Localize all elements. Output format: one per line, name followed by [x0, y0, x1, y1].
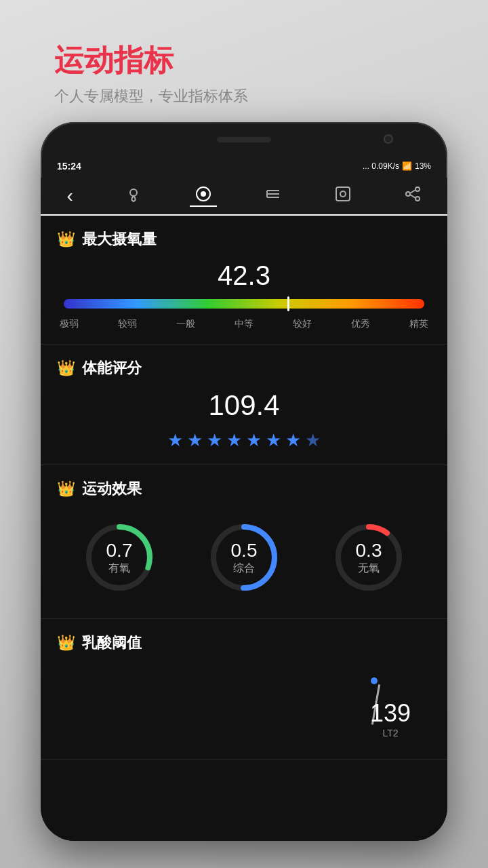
crown-icon-fitness: 👑	[57, 359, 75, 377]
anaerobic-value: 0.3	[356, 540, 382, 561]
anaerobic-circle: 0.3 无氧	[328, 517, 409, 598]
star-7: ★	[285, 430, 301, 451]
wifi-icon: 📶	[402, 161, 412, 171]
comprehensive-circle: 0.5 综合	[203, 517, 285, 598]
star-6: ★	[266, 430, 281, 451]
comprehensive-label: 综合	[231, 561, 258, 576]
crown-icon-vo2: 👑	[57, 231, 75, 248]
list-icon[interactable]	[264, 185, 282, 207]
circle-icon	[195, 188, 212, 206]
content-area[interactable]: 👑 最大摄氧量 42.3 极弱 较弱 一般 中等 较好 优秀 精英	[41, 216, 447, 841]
label-medium: 中等	[235, 318, 253, 330]
star-1: ★	[167, 430, 183, 451]
active-nav-item[interactable]	[195, 185, 212, 207]
status-right: ... 0.09K/s 📶 13%	[363, 161, 431, 171]
rainbow-bar-container	[64, 299, 424, 309]
vo2max-value: 42.3	[57, 260, 431, 291]
search-icon[interactable]	[334, 185, 352, 207]
comprehensive-container: 0.5 综合	[203, 517, 285, 598]
lactic-title: 👑 乳酸阈值	[57, 633, 431, 653]
star-8-half: ★	[305, 430, 321, 451]
svg-line-12	[410, 190, 415, 193]
back-button[interactable]: ‹	[66, 185, 73, 207]
fitness-section: 👑 体能评分 109.4 ★ ★ ★ ★ ★ ★ ★ ★	[41, 344, 447, 465]
effect-section: 👑 运动效果 0.7 有氧	[41, 465, 447, 619]
label-good: 较好	[293, 318, 312, 330]
comprehensive-value: 0.5	[231, 540, 258, 561]
lactic-sublabel: LT2	[370, 728, 411, 738]
aerobic-container: 0.7 有氧	[79, 517, 160, 598]
aerobic-value: 0.7	[106, 540, 133, 561]
star-2: ★	[187, 430, 203, 451]
page-background: 运动指标 个人专属模型，专业指标体系 15:24 ... 0.09K/s 📶 1…	[0, 0, 488, 868]
battery-status: 13%	[415, 161, 431, 171]
svg-point-2	[201, 191, 206, 197]
fitness-title: 👑 体能评分	[57, 358, 431, 378]
svg-point-10	[406, 192, 410, 196]
comprehensive-text: 0.5 综合	[231, 540, 258, 576]
nav-bar: ‹	[41, 178, 447, 216]
bar-labels: 极弱 较弱 一般 中等 较好 优秀 精英	[57, 318, 431, 330]
page-title: 运动指标	[54, 41, 248, 81]
effect-circles: 0.7 有氧 0.5	[57, 510, 431, 605]
phone-camera	[384, 134, 393, 144]
status-bar: 15:24 ... 0.09K/s 📶 13%	[41, 156, 447, 176]
star-4: ★	[226, 430, 242, 451]
svg-line-13	[410, 195, 415, 198]
label-elite: 精英	[409, 318, 428, 330]
lactic-section: 👑 乳酸阈值 139 LT2	[41, 619, 447, 760]
star-5: ★	[246, 430, 262, 451]
label-very-weak: 极弱	[60, 318, 79, 330]
crown-icon-effect: 👑	[57, 480, 75, 498]
svg-point-11	[415, 197, 420, 201]
anaerobic-container: 0.3 无氧	[328, 517, 409, 598]
svg-point-0	[130, 189, 137, 196]
svg-point-8	[340, 191, 346, 197]
lactic-label: 乳酸阈值	[82, 633, 142, 653]
lactic-content: 139 LT2	[57, 664, 431, 745]
share-icon[interactable]	[404, 185, 422, 207]
phone-speaker	[217, 137, 271, 142]
vo2max-marker	[287, 296, 289, 311]
label-excellent: 优秀	[351, 318, 370, 330]
lactic-dot	[371, 677, 378, 684]
star-3: ★	[207, 430, 222, 451]
aerobic-text: 0.7 有氧	[106, 540, 133, 576]
vo2max-section: 👑 最大摄氧量 42.3 极弱 较弱 一般 中等 较好 优秀 精英	[41, 216, 447, 344]
network-status: ... 0.09K/s	[363, 161, 399, 171]
label-weak: 较弱	[118, 318, 137, 330]
aerobic-label: 有氧	[106, 561, 133, 576]
map-icon[interactable]	[125, 185, 142, 207]
status-time: 15:24	[57, 161, 81, 172]
lactic-number: 139	[370, 699, 411, 728]
top-text-area: 运动指标 个人专属模型，专业指标体系	[54, 41, 248, 106]
vo2max-title: 👑 最大摄氧量	[57, 229, 431, 250]
lactic-value-container: 139 LT2	[370, 699, 411, 738]
rainbow-bar	[64, 299, 424, 309]
stars-row: ★ ★ ★ ★ ★ ★ ★ ★	[57, 430, 431, 451]
svg-rect-7	[336, 187, 350, 201]
fitness-value: 109.4	[57, 389, 431, 422]
page-subtitle: 个人专属模型，专业指标体系	[54, 86, 248, 106]
anaerobic-label: 无氧	[356, 561, 382, 576]
crown-icon-lactic: 👑	[57, 634, 75, 652]
effect-label: 运动效果	[82, 479, 142, 499]
anaerobic-text: 0.3 无氧	[356, 540, 382, 576]
vo2max-label: 最大摄氧量	[82, 229, 157, 250]
phone-shell: 15:24 ... 0.09K/s 📶 13% ‹	[41, 122, 447, 841]
fitness-label: 体能评分	[82, 358, 142, 378]
effect-title: 👑 运动效果	[57, 479, 431, 499]
active-indicator	[190, 205, 217, 207]
label-normal: 一般	[176, 318, 195, 330]
aerobic-circle: 0.7 有氧	[79, 517, 160, 598]
svg-point-9	[415, 187, 420, 191]
